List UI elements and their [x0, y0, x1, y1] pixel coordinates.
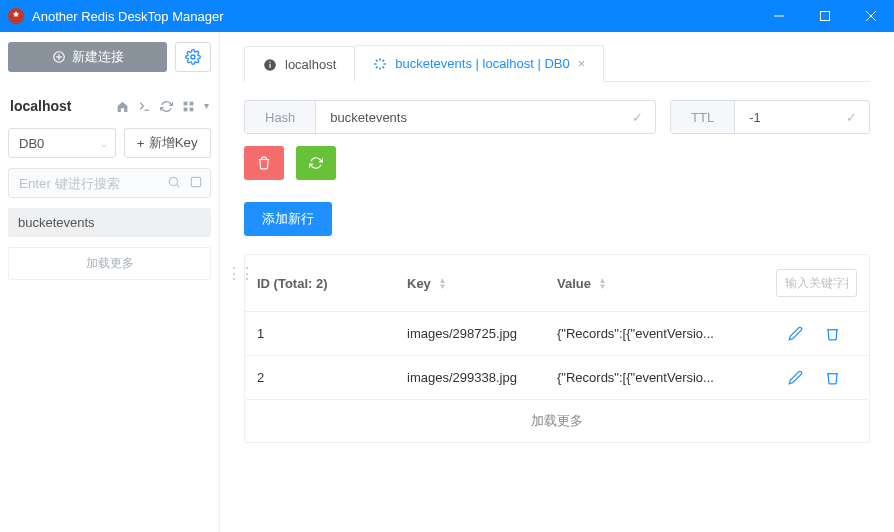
- plus-circle-icon: [52, 50, 66, 64]
- ttl-label: TTL: [671, 101, 735, 133]
- delete-row-button[interactable]: [825, 370, 840, 385]
- trash-icon: [257, 156, 271, 170]
- svg-line-14: [177, 185, 180, 188]
- tab-label: localhost: [285, 57, 336, 72]
- confirm-ttl-button[interactable]: ✓: [834, 110, 869, 125]
- gear-icon: [185, 49, 201, 65]
- svg-point-13: [169, 177, 177, 185]
- table-row[interactable]: 2 images/299338.jpg {"Records":[{"eventV…: [245, 356, 869, 399]
- table-filter-input[interactable]: [776, 269, 857, 297]
- tab-label: bucketevents | localhost | DB0: [395, 56, 569, 71]
- sidebar-load-more-button[interactable]: 加载更多: [8, 247, 211, 280]
- home-icon[interactable]: [116, 100, 129, 113]
- svg-rect-9: [184, 101, 188, 105]
- refresh-key-button[interactable]: [296, 146, 336, 180]
- table-load-more-button[interactable]: 加载更多: [244, 400, 870, 443]
- cell-key: images/299338.jpg: [395, 356, 545, 399]
- chevron-down-icon[interactable]: ▾: [204, 100, 209, 113]
- search-icon[interactable]: [167, 175, 181, 189]
- edit-row-button[interactable]: [788, 370, 803, 385]
- chevron-down-icon: ⌵: [101, 138, 107, 149]
- edit-row-button[interactable]: [788, 326, 803, 341]
- column-header-id[interactable]: ID (Total: 2): [245, 262, 395, 305]
- hash-table: ID (Total: 2) Key ▲▼ Value ▲▼ 1 ima: [244, 254, 870, 400]
- main-panel: localhost bucketevents | localhost | DB0…: [220, 32, 894, 532]
- info-icon: [263, 58, 277, 72]
- ttl-input[interactable]: -1: [735, 110, 834, 125]
- settings-button[interactable]: [175, 42, 211, 72]
- svg-rect-1: [821, 12, 830, 21]
- cell-id: 2: [245, 356, 395, 399]
- sort-icon: ▲▼: [599, 278, 607, 290]
- tab-close-button[interactable]: ×: [578, 56, 586, 71]
- cell-value: {"Records":[{"eventVersio...: [545, 312, 759, 355]
- refresh-icon: [309, 156, 323, 170]
- key-name-group: Hash bucketevents ✓: [244, 100, 656, 134]
- delete-row-button[interactable]: [825, 326, 840, 341]
- app-title: Another Redis DeskTop Manager: [32, 9, 224, 24]
- key-list-item-label: bucketevents: [18, 215, 95, 230]
- cell-key: images/298725.jpg: [395, 312, 545, 355]
- svg-rect-15: [191, 177, 200, 186]
- app-logo-icon: [8, 8, 24, 24]
- svg-rect-10: [190, 101, 194, 105]
- database-select[interactable]: DB0 ⌵: [8, 128, 116, 158]
- refresh-icon[interactable]: [160, 100, 173, 113]
- new-connection-label: 新建连接: [72, 48, 124, 66]
- tab-bar: localhost bucketevents | localhost | DB0…: [244, 44, 870, 82]
- window-minimize-button[interactable]: [756, 0, 802, 32]
- grid-icon[interactable]: [182, 100, 195, 113]
- tab-key-detail[interactable]: bucketevents | localhost | DB0 ×: [354, 45, 604, 82]
- cell-id: 1: [245, 312, 395, 355]
- search-settings-icon[interactable]: [189, 175, 203, 189]
- ttl-group: TTL -1 ✓: [670, 100, 870, 134]
- key-list-item[interactable]: bucketevents: [8, 208, 211, 237]
- server-header: localhost ▾: [8, 82, 211, 118]
- svg-rect-17: [269, 63, 270, 67]
- plus-icon: +: [137, 136, 145, 151]
- table-row[interactable]: 1 images/298725.jpg {"Records":[{"eventV…: [245, 312, 869, 356]
- column-header-key[interactable]: Key ▲▼: [395, 262, 545, 305]
- key-name-input[interactable]: bucketevents: [316, 110, 620, 125]
- svg-rect-18: [269, 61, 270, 62]
- loading-icon: [373, 57, 387, 71]
- confirm-rename-button[interactable]: ✓: [620, 110, 655, 125]
- database-selected-value: DB0: [19, 136, 44, 151]
- new-connection-button[interactable]: 新建连接: [8, 42, 167, 72]
- cell-value: {"Records":[{"eventVersio...: [545, 356, 759, 399]
- sidebar: 新建连接 localhost ▾ DB0 ⌵ + 新增Key: [0, 32, 220, 532]
- tab-server-status[interactable]: localhost: [244, 46, 355, 82]
- sort-icon: ▲▼: [438, 278, 446, 290]
- key-type-label: Hash: [245, 101, 316, 133]
- svg-rect-11: [184, 107, 188, 111]
- window-maximize-button[interactable]: [802, 0, 848, 32]
- svg-point-7: [191, 55, 195, 59]
- add-row-button[interactable]: 添加新行: [244, 202, 332, 236]
- add-key-label: 新增Key: [149, 134, 198, 152]
- column-header-value[interactable]: Value ▲▼: [545, 262, 764, 305]
- svg-rect-12: [190, 107, 194, 111]
- window-close-button[interactable]: [848, 0, 894, 32]
- add-key-button[interactable]: + 新增Key: [124, 128, 212, 158]
- terminal-icon[interactable]: [138, 100, 151, 113]
- delete-key-button[interactable]: [244, 146, 284, 180]
- titlebar: Another Redis DeskTop Manager: [0, 0, 894, 32]
- server-name: localhost: [10, 98, 110, 114]
